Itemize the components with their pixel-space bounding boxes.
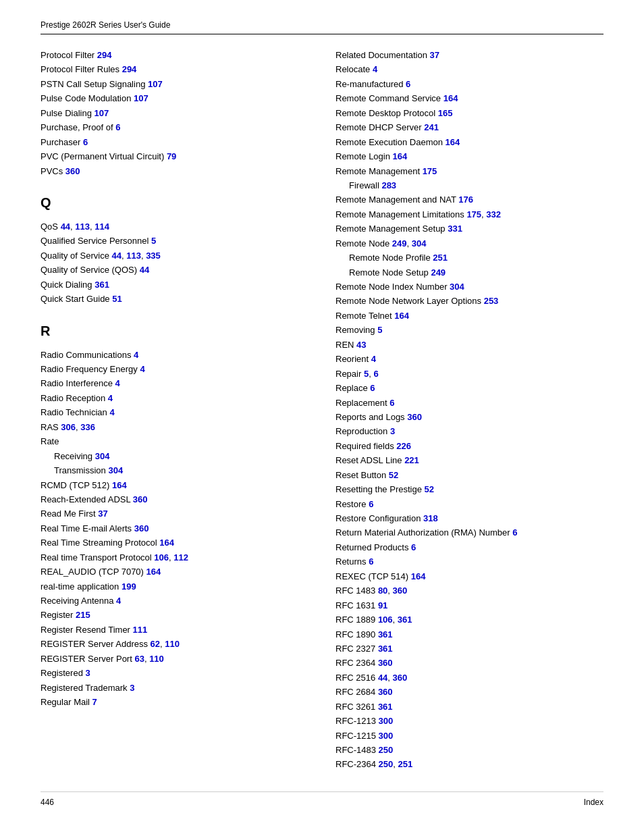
list-item: Read Me First 37 [41, 506, 308, 521]
list-item: Remote Login 164 [336, 149, 603, 163]
list-item: Related Documentation 37 [336, 48, 603, 62]
list-item: PVCs 360 [41, 164, 308, 178]
q-entries: QoS 44, 113, 114 Qualified Service Perso… [41, 219, 308, 307]
list-item: Radio Reception 4 [41, 391, 308, 405]
list-item: QoS 44, 113, 114 [41, 219, 308, 234]
list-item: Repair 5, 6 [336, 367, 603, 381]
list-item: Pulse Dialing 107 [41, 106, 308, 120]
list-item: RCMD (TCP 512) 164 [41, 478, 308, 492]
list-item: RFC 2684 360 [336, 685, 603, 699]
list-item: Receiving Antenna 4 [41, 594, 308, 608]
r-entries-left: Radio Communications 4 Radio Frequency E… [41, 348, 308, 710]
list-item: RFC 3261 361 [336, 700, 603, 714]
list-item: Firewall 283 [336, 178, 603, 192]
list-item: Quality of Service (QOS) 44 [41, 263, 308, 277]
list-item: Radio Frequency Energy 4 [41, 362, 308, 376]
list-item: RFC-1215 300 [336, 729, 603, 743]
list-item: RFC 1890 361 [336, 627, 603, 642]
list-item: Register Resend Timer 111 [41, 623, 308, 637]
list-item: Register 215 [41, 608, 308, 622]
list-item: Re-manufactured 6 [336, 77, 603, 91]
list-item: real-time application 199 [41, 579, 308, 594]
list-item: Remote Desktop Protocol 165 [336, 106, 603, 120]
list-item: Quick Dialing 361 [41, 278, 308, 292]
list-item: Real time Transport Protocol 106, 112 [41, 550, 308, 565]
list-item: RFC 1631 91 [336, 598, 603, 613]
list-item: Remote Management Setup 331 [336, 221, 603, 236]
list-item: RFC 2327 361 [336, 642, 603, 656]
section-r-letter: R [41, 320, 308, 342]
list-item: RFC 2516 44, 360 [336, 671, 603, 685]
list-item: Reset Button 52 [336, 468, 603, 482]
p-entries: Protocol Filter 294 Protocol Filter Rule… [41, 48, 308, 178]
list-item: REN 43 [336, 338, 603, 352]
section-q-letter: Q [41, 192, 308, 214]
list-item: Relocate 4 [336, 62, 603, 76]
list-item: RFC 2364 360 [336, 656, 603, 670]
page-number: 446 [41, 798, 54, 807]
list-item: Returns 6 [336, 554, 603, 569]
list-item: Remote Management and NAT 176 [336, 192, 603, 207]
list-item: Restore 6 [336, 497, 603, 511]
list-item: Protocol Filter Rules 294 [41, 62, 308, 76]
list-item: Remote Management Limitations 175, 332 [336, 207, 603, 221]
footer-section: Index [584, 798, 603, 807]
list-item: Regular Mail 7 [41, 695, 308, 709]
list-item: Registered Trademark 3 [41, 681, 308, 695]
list-item: Remote Node 249, 304 [336, 236, 603, 251]
list-item: Qualified Service Personnel 5 [41, 234, 308, 248]
list-item: Radio Technician 4 [41, 405, 308, 419]
list-item: Removing 5 [336, 323, 603, 337]
list-item: Remote Command Service 164 [336, 91, 603, 105]
list-item: Reproduction 3 [336, 424, 603, 438]
list-item: Rate [41, 434, 308, 448]
list-item: Quality of Service 44, 113, 335 [41, 249, 308, 263]
page-footer: 446 Index [41, 791, 603, 807]
page-header: Prestige 2602R Series User's Guide [41, 20, 603, 34]
list-item: Replace 6 [336, 381, 603, 395]
list-item: Transmission 304 [41, 463, 308, 477]
list-item: Reports and Logs 360 [336, 410, 603, 424]
list-item: Registered 3 [41, 666, 308, 680]
list-item: RAS 306, 336 [41, 420, 308, 434]
list-item: Remote Management 175 [336, 164, 603, 178]
list-item: REXEC (TCP 514) 164 [336, 569, 603, 583]
list-item: Purchaser 6 [41, 135, 308, 149]
list-item: Remote Node Setup 249 [336, 265, 603, 280]
list-item: Real Time Streaming Protocol 164 [41, 536, 308, 550]
list-item: RFC 1483 80, 360 [336, 583, 603, 598]
list-item: Remote Execution Daemon 164 [336, 135, 603, 149]
list-item: Purchase, Proof of 6 [41, 120, 308, 134]
list-item: Replacement 6 [336, 396, 603, 410]
list-item: Remote Telnet 164 [336, 309, 603, 323]
list-item: RFC 1889 106, 361 [336, 613, 603, 627]
list-item: Remote Node Profile 251 [336, 251, 603, 265]
r-entries-right: Related Documentation 37 Relocate 4 Re-m… [336, 48, 603, 772]
list-item: REGISTER Server Address 62, 110 [41, 637, 308, 651]
list-item: Reset ADSL Line 221 [336, 453, 603, 467]
list-item: Pulse Code Modulation 107 [41, 91, 308, 105]
list-item: RFC-2364 250, 251 [336, 757, 603, 771]
list-item: Resetting the Prestige 52 [336, 482, 603, 496]
left-column: Protocol Filter 294 Protocol Filter Rule… [41, 48, 308, 778]
list-item: PSTN Call Setup Signaling 107 [41, 77, 308, 91]
list-item: REGISTER Server Port 63, 110 [41, 652, 308, 666]
list-item: Real Time E-mail Alerts 360 [41, 521, 308, 536]
main-content: Protocol Filter 294 Protocol Filter Rule… [41, 48, 603, 778]
right-column: Related Documentation 37 Relocate 4 Re-m… [336, 48, 603, 778]
list-item: Protocol Filter 294 [41, 48, 308, 62]
list-item: Reorient 4 [336, 352, 603, 366]
page: Prestige 2602R Series User's Guide Proto… [0, 0, 644, 834]
list-item: Restore Configuration 318 [336, 511, 603, 525]
list-item: Returned Products 6 [336, 540, 603, 554]
list-item: Return Material Authorization (RMA) Numb… [336, 525, 603, 540]
list-item: Remote Node Network Layer Options 253 [336, 294, 603, 308]
list-item: Radio Communications 4 [41, 348, 308, 362]
header-title: Prestige 2602R Series User's Guide [41, 20, 170, 30]
list-item: Remote DHCP Server 241 [336, 120, 603, 134]
list-item: Radio Interference 4 [41, 376, 308, 390]
list-item: PVC (Permanent Virtual Circuit) 79 [41, 149, 308, 163]
list-item: Remote Node Index Number 304 [336, 280, 603, 294]
list-item: RFC-1213 300 [336, 714, 603, 728]
list-item: Receiving 304 [41, 449, 308, 463]
